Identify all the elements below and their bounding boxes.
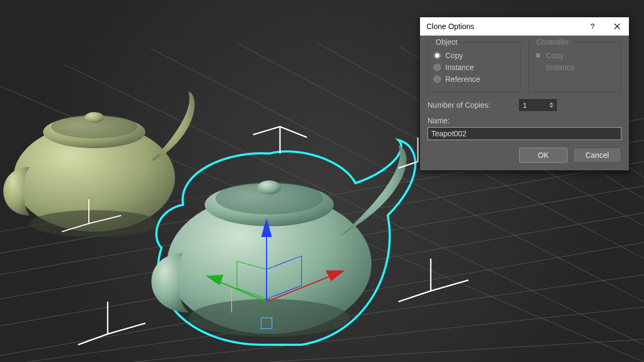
radio-icon	[534, 64, 542, 71]
dialog-title: Clone Options	[426, 22, 474, 31]
close-button[interactable]	[605, 17, 629, 36]
radio-icon	[534, 52, 542, 59]
gizmo-z-label: z	[269, 210, 272, 217]
gizmo-x-label: x	[347, 264, 351, 270]
button-label: OK	[538, 151, 549, 159]
radio-object-instance[interactable]: Instance	[433, 63, 515, 72]
radio-object-copy[interactable]: Copy	[433, 51, 515, 60]
close-icon	[614, 23, 620, 30]
copies-label: Number of Copies:	[428, 101, 491, 109]
radio-label: Instance	[546, 63, 575, 72]
radio-icon	[433, 52, 441, 59]
clone-options-dialog: Clone Options ? Object Copy Instan	[419, 17, 629, 171]
dialog-titlebar[interactable]: Clone Options ?	[420, 17, 629, 36]
copies-spinner[interactable]: 1	[519, 99, 557, 111]
spinner-arrows-icon[interactable]	[548, 100, 555, 110]
ok-button[interactable]: OK	[519, 148, 568, 163]
object-group: Object Copy Instance Reference	[428, 42, 521, 93]
radio-icon	[433, 75, 441, 83]
controller-group-label: Controller	[534, 38, 571, 46]
help-button[interactable]: ?	[580, 17, 605, 36]
svg-line-7	[269, 339, 644, 362]
object-group-label: Object	[433, 38, 459, 46]
radio-label: Reference	[445, 75, 480, 83]
name-input[interactable]	[428, 127, 621, 140]
help-icon: ?	[591, 22, 595, 31]
name-label: Name:	[428, 116, 621, 125]
svg-point-20	[85, 112, 104, 123]
radio-controller-instance: Instance	[534, 63, 615, 72]
svg-point-25	[257, 180, 281, 194]
radio-label: Copy	[445, 51, 463, 60]
teapot-clone-selected[interactable]	[151, 140, 415, 345]
controller-group: Controller Copy Instance	[528, 42, 621, 93]
radio-object-reference[interactable]: Reference	[433, 75, 515, 83]
button-label: Cancel	[585, 151, 609, 159]
radio-label: Instance	[445, 63, 474, 72]
svg-point-17	[30, 210, 159, 237]
copies-value: 1	[523, 101, 527, 109]
cancel-button[interactable]: Cancel	[573, 148, 621, 163]
radio-controller-copy: Copy	[534, 51, 615, 60]
radio-label: Copy	[546, 51, 564, 60]
gizmo-y-label: y	[199, 268, 202, 275]
radio-icon	[433, 64, 441, 71]
